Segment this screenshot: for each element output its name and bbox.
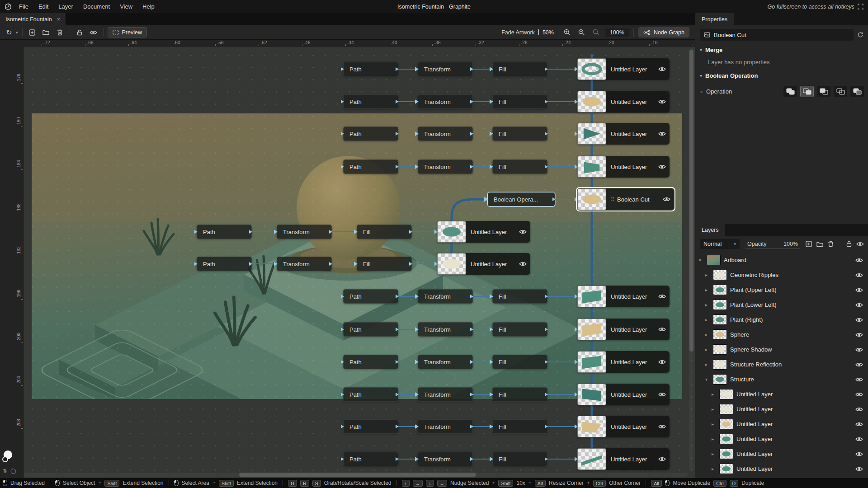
tab-close-icon[interactable]: × bbox=[57, 16, 61, 23]
layer-row-plant-right[interactable]: ▸Plant (Right) bbox=[695, 312, 868, 327]
boolean-op-union-icon[interactable] bbox=[783, 86, 797, 97]
chevron-right-icon[interactable]: ▸ bbox=[705, 287, 710, 292]
vertical-scrollbar[interactable] bbox=[689, 48, 693, 471]
input-port-icon[interactable] bbox=[490, 360, 493, 364]
layer-row-plant-upper-left[interactable]: ▸Plant (Upper Left) bbox=[695, 282, 868, 297]
node-fill[interactable]: Fill bbox=[492, 62, 547, 76]
visibility-eye-icon[interactable] bbox=[655, 99, 666, 104]
node-transform[interactable]: Transform bbox=[418, 452, 473, 466]
chevron-right-icon[interactable]: ▸ bbox=[705, 347, 710, 352]
node-fill[interactable]: Fill bbox=[357, 257, 412, 271]
zoom-reset-icon[interactable] bbox=[591, 28, 602, 38]
visibility-eye-icon[interactable] bbox=[855, 258, 863, 263]
blend-mode-select[interactable]: Normal ▾ bbox=[700, 239, 740, 249]
fade-artwork-value[interactable]: 50% bbox=[542, 29, 554, 36]
input-port-icon[interactable] bbox=[490, 393, 493, 396]
layer-chip[interactable]: Untitled Layer bbox=[606, 416, 670, 437]
layer-thumbnail[interactable] bbox=[437, 221, 466, 243]
vertical-scrollbar-thumb[interactable] bbox=[689, 50, 693, 352]
visibility-eye-icon[interactable] bbox=[855, 451, 863, 457]
layer-chip[interactable]: Untitled Layer bbox=[606, 156, 670, 178]
node-path[interactable]: Path bbox=[343, 289, 398, 304]
node-path[interactable]: Path bbox=[197, 225, 252, 239]
horizontal-scrollbar[interactable] bbox=[24, 473, 688, 477]
visibility-eye-icon[interactable] bbox=[855, 302, 863, 308]
chevron-down-icon[interactable]: ▾ bbox=[700, 47, 702, 52]
input-port-icon[interactable] bbox=[341, 67, 344, 71]
input-port-icon[interactable] bbox=[490, 100, 493, 103]
layer-chip[interactable]: Untitled Layer bbox=[606, 384, 670, 405]
visibility-eye-icon[interactable] bbox=[855, 317, 863, 323]
visibility-eye-icon[interactable] bbox=[655, 294, 666, 299]
layer-chip[interactable]: Untitled Layer bbox=[466, 253, 530, 275]
secondary-color-swatch[interactable] bbox=[2, 456, 8, 462]
tab-isometric-fountain[interactable]: Isometric Fountain × bbox=[0, 13, 66, 25]
node-transform[interactable]: Transform bbox=[277, 257, 332, 271]
node-graph-button[interactable]: Node Graph bbox=[638, 27, 689, 38]
chevron-right-icon[interactable]: ▸ bbox=[705, 302, 710, 307]
layer-chip[interactable]: Untitled Layer bbox=[606, 58, 670, 80]
node-path[interactable]: Path bbox=[343, 419, 398, 434]
layer-row-untitled-layer[interactable]: ▸Untitled Layer bbox=[695, 446, 868, 461]
visibility-eye-icon[interactable] bbox=[515, 261, 527, 267]
layer-thumbnail[interactable] bbox=[577, 58, 606, 80]
node-path[interactable]: Path bbox=[343, 322, 398, 337]
delete-icon[interactable] bbox=[55, 28, 66, 38]
input-port-icon[interactable] bbox=[415, 132, 419, 136]
layer-row-geometric-ripples[interactable]: ▸Geometric Ripples bbox=[695, 267, 868, 282]
boolean-op-subtract-front-icon[interactable] bbox=[800, 86, 814, 97]
layer-thumbnail[interactable] bbox=[577, 448, 606, 470]
zoom-level-value[interactable]: 100% bbox=[605, 28, 629, 37]
layer-chip[interactable]: Untitled Layer bbox=[606, 448, 670, 470]
menu-help[interactable]: Help bbox=[137, 0, 160, 13]
node-fill[interactable]: Fill bbox=[492, 322, 547, 337]
node-path[interactable]: Path bbox=[343, 452, 398, 466]
visibility-eye-icon[interactable] bbox=[655, 392, 666, 397]
node-transform[interactable]: Transform bbox=[418, 355, 473, 369]
visibility-eye-icon[interactable] bbox=[855, 422, 863, 427]
visibility-eye-icon[interactable] bbox=[655, 359, 666, 365]
section-merge[interactable]: ▾ Merge bbox=[695, 41, 868, 55]
node-transform[interactable]: Transform bbox=[418, 419, 473, 434]
menu-edit[interactable]: Edit bbox=[33, 0, 53, 13]
layer-chip[interactable]: Untitled Layer bbox=[606, 123, 670, 145]
fullscreen-hint[interactable]: Go fullscreen to access all hotkeys bbox=[768, 0, 863, 13]
open-folder-icon[interactable] bbox=[41, 28, 52, 38]
working-colors[interactable] bbox=[2, 450, 14, 463]
node-fill[interactable]: Fill bbox=[492, 452, 547, 466]
layer-row-sphere-shadow[interactable]: ▸Sphere Shadow bbox=[695, 342, 868, 357]
node-fill[interactable]: Fill bbox=[492, 160, 547, 174]
input-port-icon[interactable] bbox=[194, 262, 198, 266]
node-fill[interactable]: Fill bbox=[492, 94, 547, 109]
lock-all-icon[interactable] bbox=[846, 241, 852, 247]
tab-layers[interactable]: Layers bbox=[695, 224, 725, 236]
layer-thumbnail[interactable] bbox=[577, 156, 606, 178]
chevron-right-icon[interactable]: ▸ bbox=[705, 317, 710, 322]
visibility-eye-icon[interactable] bbox=[655, 424, 666, 429]
layer-chip[interactable]: Untitled Layer bbox=[606, 286, 670, 307]
input-port-icon[interactable] bbox=[490, 132, 493, 136]
node-transform[interactable]: Transform bbox=[418, 127, 473, 141]
canvas[interactable]: PathTransformFillUntitled LayerPathTrans… bbox=[24, 47, 695, 478]
input-port-icon[interactable] bbox=[415, 67, 419, 71]
node-fill[interactable]: Fill bbox=[492, 289, 547, 304]
flip-canvas-icon[interactable]: ⇅ bbox=[3, 468, 7, 474]
chevron-right-icon[interactable]: ▸ bbox=[712, 422, 716, 427]
layer-row-untitled-layer[interactable]: ▸Untitled Layer bbox=[695, 417, 868, 432]
visibility-eye-icon[interactable] bbox=[515, 229, 527, 235]
opacity-slider[interactable]: Opacity 100% bbox=[745, 239, 800, 249]
layer-row-untitled-layer[interactable]: ▸Untitled Layer bbox=[695, 387, 868, 402]
menu-layer[interactable]: Layer bbox=[53, 0, 78, 13]
input-port-icon[interactable] bbox=[415, 295, 419, 298]
canvas-flip-rotate-controls[interactable]: ⇅ ◯ bbox=[3, 468, 16, 474]
node-transform[interactable]: Transform bbox=[418, 62, 473, 76]
layer-thumbnail[interactable] bbox=[577, 123, 606, 145]
boolean-op-subtract-back-icon[interactable] bbox=[817, 86, 830, 97]
layer-row-structure[interactable]: ▾Structure bbox=[695, 372, 868, 387]
visibility-eye-icon[interactable] bbox=[88, 28, 99, 38]
visibility-all-eye-icon[interactable] bbox=[856, 241, 864, 247]
input-port-icon[interactable] bbox=[341, 328, 344, 331]
fade-artwork-label[interactable]: Fade Artwork bbox=[501, 29, 535, 36]
node-fill[interactable]: Fill bbox=[357, 225, 412, 239]
layer-thumbnail[interactable] bbox=[577, 351, 606, 373]
